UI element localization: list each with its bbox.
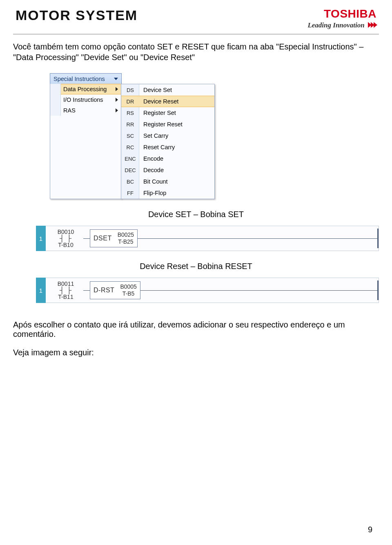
- submenu2-item-name: Register Set: [139, 110, 176, 116]
- contact-symbol: ┤ ├: [48, 235, 83, 242]
- wire: [138, 238, 377, 239]
- instruction-box: DSET B0025 T-B25: [90, 229, 138, 247]
- submenu2-item[interactable]: RSRegister Set: [121, 107, 214, 119]
- menu-figure: Special Instructions Data ProcessingI/O …: [50, 73, 246, 199]
- contact-block: B0011 ┤ ├ T-B11: [48, 280, 83, 300]
- submenu2-item-name: Register Reset: [139, 121, 183, 128]
- closing-paragraph: Após escolher o contato que irá utilizar…: [13, 320, 379, 339]
- instruction-opcode: DSET: [94, 235, 112, 242]
- rail-end: [377, 280, 379, 300]
- rung-number: 1: [36, 226, 46, 251]
- submenu2-item-code: RR: [121, 121, 139, 128]
- chevron-right-icon: [368, 22, 376, 30]
- submenu2-item-code: DS: [121, 87, 139, 93]
- submenu2-item[interactable]: RCReset Carry: [121, 141, 214, 153]
- chevron-right-icon: [116, 98, 118, 102]
- instruction-box: D-RST B0005 T-B5: [90, 281, 140, 299]
- menu-icon-rail: [50, 84, 61, 116]
- submenu2-item-name: Device Reset: [139, 98, 178, 105]
- rung-number: 1: [36, 278, 46, 303]
- submenu2-item[interactable]: FFFlip-Flop: [121, 187, 214, 199]
- contact-top: B0011: [48, 280, 83, 287]
- contact-bottom: T-B11: [48, 294, 83, 300]
- special-instructions-button[interactable]: Special Instructions: [50, 73, 122, 84]
- contact-symbol: ┤ ├: [48, 287, 83, 294]
- submenu-level2: DSDevice SetDRDevice ResetRSRegister Set…: [121, 84, 215, 199]
- wire: [140, 290, 377, 291]
- intro-paragraph: Você também tem como opção contato SET e…: [13, 42, 379, 63]
- submenu2-item-code: DR: [121, 99, 139, 105]
- submenu1-item[interactable]: RAS: [50, 105, 121, 116]
- instruction-out-top: B0025: [118, 231, 134, 238]
- submenu2-item[interactable]: DECDecode: [121, 164, 214, 176]
- submenu1-item[interactable]: I/O Instructions: [50, 94, 121, 105]
- submenu2-item-name: Reset Carry: [139, 144, 175, 150]
- submenu2-item-code: RS: [121, 110, 139, 116]
- caption-device-set: Device SET – Bobina SET: [13, 210, 379, 219]
- submenu1-item-label: Data Processing: [63, 86, 107, 92]
- submenu2-item-name: Device Set: [139, 87, 172, 93]
- submenu2-item[interactable]: SCSet Carry: [121, 130, 214, 141]
- header-divider: [13, 34, 379, 34]
- submenu2-item[interactable]: DSDevice Set: [121, 84, 214, 96]
- brand-toshiba: TOSHIBA: [307, 7, 376, 20]
- submenu2-item-name: Flip-Flop: [139, 190, 166, 196]
- submenu2-item-code: ENC: [121, 156, 139, 162]
- instruction-out-top: B0005: [120, 283, 136, 290]
- ladder-reset-figure: 1 B0011 ┤ ├ T-B11 D-RST B0005 T-B5: [36, 278, 379, 303]
- page-header: MOTOR SYSTEM TOSHIBA Leading Innovation: [13, 7, 379, 31]
- brand-tagline: Leading Innovation: [307, 21, 376, 30]
- chevron-right-icon: [116, 108, 118, 112]
- wire: [83, 238, 90, 239]
- instruction-out-bottom: T-B25: [118, 238, 134, 245]
- submenu2-item[interactable]: RRRegister Reset: [121, 119, 214, 130]
- submenu2-item[interactable]: ENCEncode: [121, 153, 214, 164]
- submenu2-item-code: BC: [121, 179, 139, 185]
- submenu2-item-name: Bit Count: [139, 178, 168, 185]
- submenu2-item-code: FF: [121, 190, 139, 196]
- submenu2-item-name: Encode: [139, 155, 163, 162]
- instruction-opcode: D-RST: [94, 287, 114, 294]
- brand-toshiba-block: TOSHIBA Leading Innovation: [307, 7, 376, 30]
- contact-top: B0010: [48, 229, 83, 235]
- ladder-set-figure: 1 B0010 ┤ ├ T-B10 DSET B0025 T-B25: [36, 226, 379, 251]
- caption-device-reset: Device Reset – Bobina RESET: [13, 262, 379, 271]
- submenu2-item[interactable]: DRDevice Reset: [121, 96, 214, 107]
- submenu1-item[interactable]: Data Processing: [50, 84, 121, 94]
- chevron-down-icon: [114, 78, 118, 80]
- submenu2-item-code: DEC: [121, 167, 139, 173]
- submenu1-item-label: RAS: [63, 107, 76, 114]
- contact-bottom: T-B10: [48, 242, 83, 248]
- submenu1-item-label: I/O Instructions: [63, 96, 103, 103]
- rail-end: [377, 229, 379, 248]
- submenu2-item-name: Set Carry: [139, 132, 168, 139]
- follow-paragraph: Veja imagem a seguir:: [13, 348, 379, 357]
- contact-block: B0010 ┤ ├ T-B10: [48, 229, 83, 248]
- instruction-out-bottom: T-B5: [120, 290, 136, 297]
- wire: [83, 290, 90, 291]
- submenu-level1: Data ProcessingI/O InstructionsRAS: [50, 84, 122, 199]
- submenu2-item-code: RC: [121, 144, 139, 150]
- submenu2-item[interactable]: BCBit Count: [121, 176, 214, 187]
- submenu2-item-code: SC: [121, 133, 139, 139]
- submenu2-item-name: Decode: [139, 167, 164, 173]
- special-instructions-label: Special Instructions: [53, 76, 105, 82]
- brand-motor-system: MOTOR SYSTEM: [16, 7, 138, 23]
- chevron-right-icon: [116, 87, 118, 91]
- page-number: 9: [368, 525, 372, 534]
